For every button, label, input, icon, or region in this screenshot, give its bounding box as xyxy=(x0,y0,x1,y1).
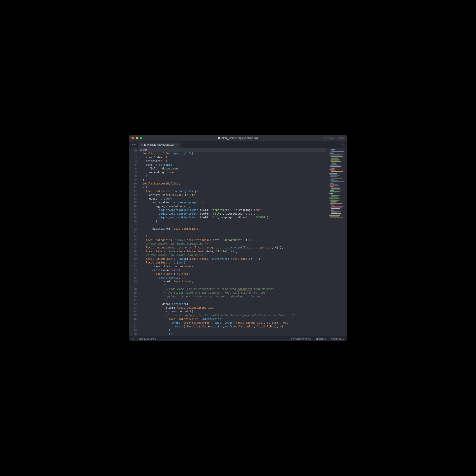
indent-status[interactable]: Spaces: 2 xyxy=(316,338,326,340)
tabbar: ◀ ▶ APN_recipeEmployeeGrid.sail × ▼ xyxy=(129,141,347,148)
title-text: APN_recipeEmployeeGrid.sail xyxy=(221,136,258,140)
line-gutter[interactable]: 1234567891011121314151617181920212223242… xyxy=(129,148,139,336)
minimize-icon[interactable] xyxy=(136,137,138,139)
statusbar: Line 1, Column 1 8 misspelled words Spac… xyxy=(129,336,347,341)
syntax-status[interactable]: Appian SAIL xyxy=(331,338,344,340)
tab-close-icon[interactable]: × xyxy=(176,143,178,146)
close-icon[interactable] xyxy=(131,137,134,139)
editor-window: APN_recipeEmployeeGrid.sail UNREGISTERED… xyxy=(129,135,347,341)
tab-label: APN_recipeEmployeeGrid.sail xyxy=(141,143,174,146)
nav-forward-icon[interactable]: ▶ xyxy=(134,143,136,146)
code-area[interactable]: load( local!pagingInfo: a!pagingInfo( st… xyxy=(139,148,328,336)
traffic-lights xyxy=(131,137,142,139)
nav-back-icon[interactable]: ◀ xyxy=(131,143,133,146)
nav-arrows: ◀ ▶ xyxy=(129,141,138,148)
minimap[interactable] xyxy=(328,148,347,336)
panel-icon[interactable] xyxy=(132,338,135,340)
file-icon xyxy=(218,137,220,139)
window-title: APN_recipeEmployeeGrid.sail xyxy=(218,136,258,140)
tab-active[interactable]: APN_recipeEmployeeGrid.sail × xyxy=(138,142,181,148)
spell-status[interactable]: 8 misspelled words xyxy=(291,338,311,340)
editor: 1234567891011121314151617181920212223242… xyxy=(129,148,347,336)
zoom-icon[interactable] xyxy=(140,137,142,139)
chevron-down-icon: ▼ xyxy=(342,143,344,146)
tab-menu-icon[interactable]: ▼ xyxy=(339,141,347,148)
titlebar: APN_recipeEmployeeGrid.sail UNREGISTERED xyxy=(129,135,347,141)
cursor-position[interactable]: Line 1, Column 1 xyxy=(139,338,156,340)
unregistered-label: UNREGISTERED xyxy=(324,136,344,139)
